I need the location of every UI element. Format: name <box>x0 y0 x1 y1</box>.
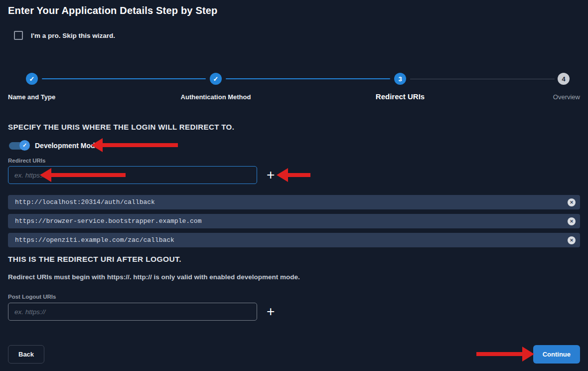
redirect-uri-item: http://localhost:20314/auth/callback ✕ <box>8 195 580 209</box>
wizard-stepper: ✓ ✓ 3 4 Name and Type Authentication Met… <box>8 72 580 108</box>
skip-wizard-checkbox[interactable] <box>14 31 23 40</box>
remove-uri-icon[interactable]: ✕ <box>568 236 576 244</box>
development-mode-row: ✓ Development Mode <box>8 140 580 151</box>
redirect-uri-value: https://browzer-service.bootstrapper.exa… <box>15 217 201 225</box>
post-logout-uri-input-row: + <box>8 303 580 321</box>
post-logout-uris-field-label: Post Logout URIs <box>8 294 580 300</box>
wizard-footer: Back Continue <box>8 345 580 364</box>
step-2-indicator[interactable]: ✓ <box>210 73 222 85</box>
post-logout-uri-input[interactable] <box>8 303 257 321</box>
page-title: Enter Your Application Details Step by S… <box>8 4 580 17</box>
redirect-uri-hint-text: Redirect URIs must begin with https://. … <box>8 273 580 281</box>
step-label-overview: Overview <box>553 93 580 101</box>
toggle-thumb-check-icon: ✓ <box>19 140 30 151</box>
step-label-redirect-uris: Redirect URIs <box>376 92 425 101</box>
redirect-section-heading: SPECIFY THE URIS WHERE THE LOGIN WILL RE… <box>8 123 580 131</box>
step-number: 4 <box>562 75 565 83</box>
stepper-connector-1 <box>42 78 206 79</box>
redirect-uri-item: https://browzer-service.bootstrapper.exa… <box>8 214 580 228</box>
skip-wizard-row: I'm a pro. Skip this wizard. <box>8 30 580 40</box>
stepper-connector-2 <box>226 78 390 79</box>
back-button[interactable]: Back <box>8 345 44 364</box>
redirect-uri-value: https://openziti.example.com/zac/callbac… <box>15 236 174 244</box>
redirect-uri-list: http://localhost:20314/auth/callback ✕ h… <box>8 195 580 247</box>
check-icon: ✓ <box>213 76 219 82</box>
logout-section-heading: THIS IS THE REDIRECT URI AFTER LOGOUT. <box>8 255 580 263</box>
step-1-indicator[interactable]: ✓ <box>26 73 38 85</box>
remove-uri-icon[interactable]: ✕ <box>568 198 576 206</box>
redirect-uri-input[interactable] <box>8 166 257 184</box>
check-icon: ✓ <box>29 76 35 82</box>
step-label-name-and-type: Name and Type <box>8 93 55 101</box>
step-4-indicator[interactable]: 4 <box>558 73 570 85</box>
step-number: 3 <box>398 75 402 83</box>
redirect-uris-field-label: Redirect URIs <box>8 158 580 164</box>
skip-wizard-label: I'm a pro. Skip this wizard. <box>31 32 115 39</box>
application-wizard-page: Enter Your Application Details Step by S… <box>0 0 588 371</box>
step-label-authentication-method: Authentication Method <box>181 93 251 101</box>
redirect-uri-value: http://localhost:20314/auth/callback <box>15 198 155 206</box>
redirect-uri-item: https://openziti.example.com/zac/callbac… <box>8 233 580 247</box>
add-post-logout-uri-button[interactable]: + <box>267 305 275 319</box>
add-redirect-uri-button[interactable]: + <box>267 168 275 182</box>
continue-button[interactable]: Continue <box>533 345 580 364</box>
remove-uri-icon[interactable]: ✕ <box>568 217 576 225</box>
development-mode-toggle[interactable]: ✓ <box>8 140 31 151</box>
step-3-indicator[interactable]: 3 <box>394 73 406 85</box>
stepper-connector-3 <box>410 79 555 79</box>
development-mode-label: Development Mode <box>35 142 99 150</box>
redirect-uri-input-row: + <box>8 166 580 184</box>
